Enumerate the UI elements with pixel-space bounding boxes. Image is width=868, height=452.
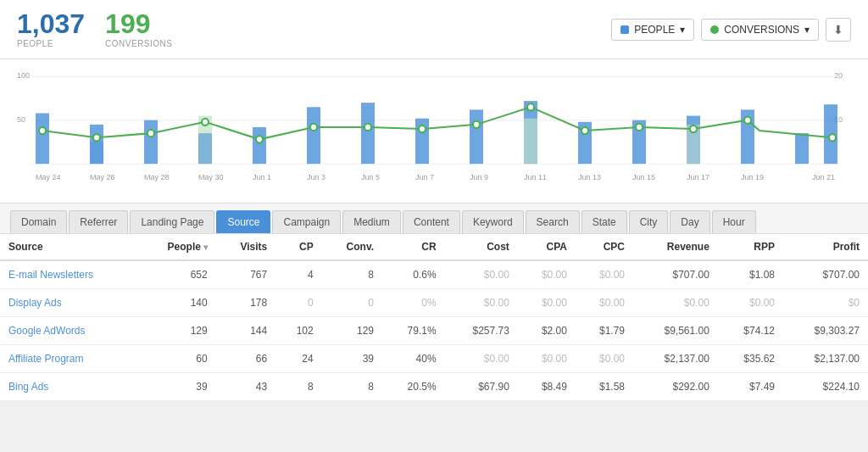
col-header-visits: Visits <box>216 234 276 260</box>
tab-source[interactable]: Source <box>216 210 270 233</box>
cell-people: 39 <box>138 373 215 401</box>
svg-point-31 <box>256 136 263 142</box>
col-header-cr: CR <box>382 234 445 260</box>
cell-cpa: $0.00 <box>518 289 576 317</box>
svg-point-33 <box>364 124 371 131</box>
cell-cpa: $0.00 <box>518 260 576 289</box>
svg-text:Jun 5: Jun 5 <box>361 173 380 181</box>
tabs-bar: DomainReferrerLanding PageSourceCampaign… <box>0 204 868 234</box>
tab-keyword[interactable]: Keyword <box>462 210 524 233</box>
cell-visits: 43 <box>216 373 276 401</box>
svg-text:Jun 13: Jun 13 <box>578 173 601 181</box>
cell-rpp: $7.49 <box>718 373 783 401</box>
tab-state[interactable]: State <box>581 210 627 233</box>
cell-cost: $0.00 <box>445 260 518 289</box>
chevron-down-icon: ▾ <box>680 24 685 36</box>
tab-content[interactable]: Content <box>403 210 460 233</box>
cell-revenue: $0.00 <box>633 289 718 317</box>
table-row: Bing Ads39438820.5%$67.90$8.49$1.58$292.… <box>0 373 868 401</box>
svg-point-39 <box>690 126 697 132</box>
people-dropdown-label: PEOPLE <box>634 24 675 36</box>
cell-cost: $0.00 <box>445 289 518 317</box>
cell-profit: $707.00 <box>783 260 868 289</box>
cell-cost: $257.73 <box>445 317 518 345</box>
tab-hour[interactable]: Hour <box>712 210 756 233</box>
source-link[interactable]: E-mail Newsletters <box>8 269 93 281</box>
cell-visits: 178 <box>216 289 276 317</box>
cell-cpc: $1.58 <box>576 373 633 401</box>
col-header-conv: Conv. <box>322 234 382 260</box>
table-row: E-mail Newsletters652767480.6%$0.00$0.00… <box>0 260 868 289</box>
svg-point-28 <box>93 134 100 141</box>
source-link[interactable]: Bing Ads <box>8 381 48 393</box>
svg-point-37 <box>581 127 588 134</box>
cell-conv: 8 <box>322 260 382 289</box>
cell-source: E-mail Newsletters <box>0 260 138 289</box>
svg-rect-10 <box>144 120 158 164</box>
col-header-rpp: RPP <box>718 234 783 260</box>
people-stat: 1,037 PEOPLE <box>17 10 85 48</box>
cell-cost: $0.00 <box>445 345 518 373</box>
cell-revenue: $707.00 <box>633 260 718 289</box>
svg-text:Jun 11: Jun 11 <box>524 173 547 181</box>
cell-rpp: $1.08 <box>718 260 783 289</box>
svg-text:Jun 7: Jun 7 <box>415 173 434 181</box>
cell-people: 60 <box>138 345 215 373</box>
svg-rect-15 <box>361 103 375 164</box>
people-dropdown[interactable]: PEOPLE ▾ <box>611 19 694 41</box>
cell-cpc: $0.00 <box>576 345 633 373</box>
cell-cpa: $8.49 <box>518 373 576 401</box>
cell-cr: 79.1% <box>382 317 445 345</box>
source-link[interactable]: Affiliate Program <box>8 353 83 365</box>
cell-profit: $9,303.27 <box>783 317 868 345</box>
tab-day[interactable]: Day <box>670 210 709 233</box>
tab-domain[interactable]: Domain <box>10 210 67 233</box>
cell-profit: $224.10 <box>783 373 868 401</box>
tab-search[interactable]: Search <box>526 210 580 233</box>
cell-cost: $67.90 <box>445 373 518 401</box>
source-link[interactable]: Display Ads <box>8 297 62 309</box>
svg-point-40 <box>744 117 751 124</box>
table-row: Google AdWords12914410212979.1%$257.73$2… <box>0 317 868 345</box>
cell-cpc: $0.00 <box>576 260 633 289</box>
svg-text:Jun 3: Jun 3 <box>307 173 326 181</box>
tab-city[interactable]: City <box>629 210 669 233</box>
svg-text:Jun 17: Jun 17 <box>687 173 709 181</box>
cell-people: 140 <box>138 289 215 317</box>
cell-source: Google AdWords <box>0 317 138 345</box>
svg-rect-12 <box>198 133 212 164</box>
col-header-people[interactable]: People ▾ <box>138 234 215 260</box>
tab-landing-page[interactable]: Landing Page <box>130 210 214 233</box>
cell-conv: 8 <box>322 373 382 401</box>
cell-cp: 24 <box>275 345 321 373</box>
cell-cpa: $0.00 <box>518 345 576 373</box>
people-count: 1,037 <box>17 10 85 37</box>
cell-revenue: $9,561.00 <box>633 317 718 345</box>
cell-cr: 20.5% <box>382 373 445 401</box>
source-link[interactable]: Google AdWords <box>8 325 86 337</box>
col-header-profit: Profit <box>783 234 868 260</box>
main-container: 1,037 PEOPLE 199 CONVERSIONS PEOPLE ▾ CO… <box>0 0 868 452</box>
download-button[interactable]: ⬇ <box>826 18 851 42</box>
svg-text:Jun 19: Jun 19 <box>741 173 764 181</box>
tab-medium[interactable]: Medium <box>342 210 401 233</box>
cell-cp: 8 <box>275 373 321 401</box>
tab-campaign[interactable]: Campaign <box>272 210 341 233</box>
svg-text:20: 20 <box>834 71 843 80</box>
conv-label: CONVERSIONS <box>105 39 172 48</box>
cell-people: 129 <box>138 317 215 345</box>
svg-text:Jun 9: Jun 9 <box>470 173 488 181</box>
svg-point-30 <box>202 119 209 126</box>
svg-rect-7 <box>36 113 49 164</box>
svg-text:Jun 15: Jun 15 <box>632 173 655 181</box>
svg-point-27 <box>39 127 46 134</box>
svg-point-32 <box>310 124 317 131</box>
svg-point-35 <box>473 121 480 128</box>
cell-cpa: $2.00 <box>518 317 576 345</box>
col-header-source: Source <box>0 234 138 260</box>
conv-dropdown[interactable]: CONVERSIONS ▾ <box>701 19 819 41</box>
svg-text:May 24: May 24 <box>36 173 60 181</box>
tab-referrer[interactable]: Referrer <box>69 210 128 233</box>
stats-right: PEOPLE ▾ CONVERSIONS ▾ ⬇ <box>611 18 851 42</box>
cell-conv: 39 <box>322 345 382 373</box>
